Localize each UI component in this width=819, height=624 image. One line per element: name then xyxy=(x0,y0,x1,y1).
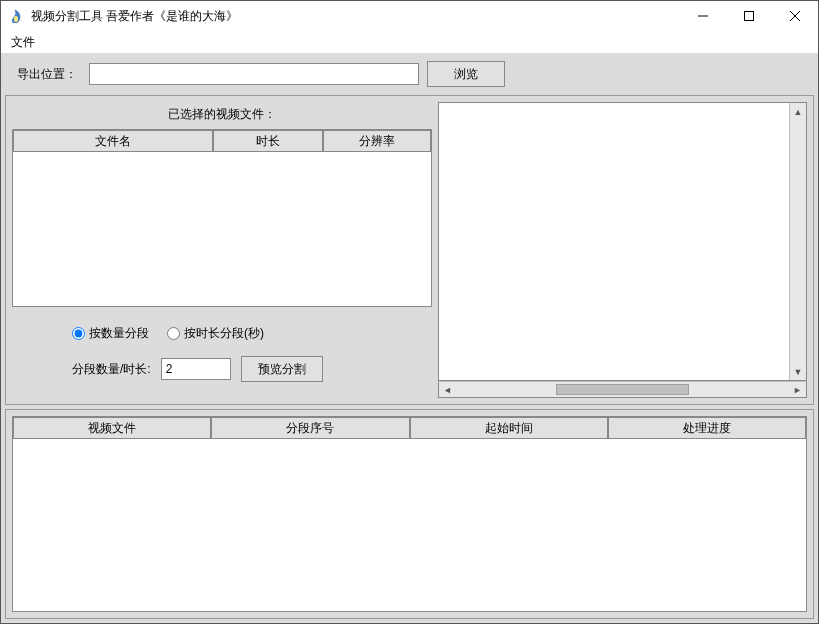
export-path-input[interactable] xyxy=(89,63,419,85)
hscroll-track[interactable] xyxy=(456,382,789,397)
close-button[interactable] xyxy=(772,1,818,31)
hscroll-thumb[interactable] xyxy=(556,384,689,395)
browse-button[interactable]: 浏览 xyxy=(427,61,505,87)
selected-files-label: 已选择的视频文件： xyxy=(12,102,432,129)
maximize-button[interactable] xyxy=(726,1,772,31)
col-result-file[interactable]: 视频文件 xyxy=(13,417,211,439)
result-table: 视频文件 分段序号 起始时间 处理进度 xyxy=(12,416,807,612)
segment-value-row: 分段数量/时长: 预览分割 xyxy=(12,352,432,382)
minimize-button[interactable] xyxy=(680,1,726,31)
menu-file[interactable]: 文件 xyxy=(5,32,41,53)
preview-pane: ▲ ▼ ◄ ► xyxy=(438,102,807,398)
svg-point-0 xyxy=(14,16,18,22)
file-table: 文件名 时长 分辨率 xyxy=(12,129,432,307)
segment-count-input[interactable] xyxy=(161,358,231,380)
client-area: 导出位置： 浏览 已选择的视频文件： 文件名 时长 分辨率 按数量分段 xyxy=(1,53,818,623)
preview-hscrollbar[interactable]: ◄ ► xyxy=(438,381,807,398)
left-column: 已选择的视频文件： 文件名 时长 分辨率 按数量分段 按时长分段(秒) xyxy=(12,102,432,398)
col-filename[interactable]: 文件名 xyxy=(13,130,213,152)
preview-split-button[interactable]: 预览分割 xyxy=(241,356,323,382)
vscroll-track[interactable] xyxy=(790,120,806,363)
radio-by-duration[interactable]: 按时长分段(秒) xyxy=(167,325,264,342)
middle-panel: 已选择的视频文件： 文件名 时长 分辨率 按数量分段 按时长分段(秒) xyxy=(5,95,814,405)
preview-canvas[interactable]: ▲ ▼ xyxy=(438,102,807,381)
col-result-start[interactable]: 起始时间 xyxy=(410,417,608,439)
col-duration[interactable]: 时长 xyxy=(213,130,323,152)
bottom-panel: 视频文件 分段序号 起始时间 处理进度 xyxy=(5,409,814,619)
result-table-header: 视频文件 分段序号 起始时间 处理进度 xyxy=(13,417,806,439)
svg-rect-2 xyxy=(745,12,754,21)
segment-mode-options: 按数量分段 按时长分段(秒) xyxy=(12,307,432,352)
segment-count-label: 分段数量/时长: xyxy=(72,361,151,378)
scroll-up-icon[interactable]: ▲ xyxy=(790,103,806,120)
titlebar: 视频分割工具 吾爱作者《是谁的大海》 xyxy=(1,1,818,31)
export-label: 导出位置： xyxy=(13,66,81,83)
radio-by-count[interactable]: 按数量分段 xyxy=(72,325,149,342)
preview-vscrollbar[interactable]: ▲ ▼ xyxy=(789,103,806,380)
radio-by-duration-input[interactable] xyxy=(167,327,180,340)
col-resolution[interactable]: 分辨率 xyxy=(323,130,431,152)
window-controls xyxy=(680,1,818,31)
scroll-down-icon[interactable]: ▼ xyxy=(790,363,806,380)
export-row: 导出位置： 浏览 xyxy=(5,57,814,91)
window-title: 视频分割工具 吾爱作者《是谁的大海》 xyxy=(31,8,680,25)
app-icon xyxy=(9,8,25,24)
scroll-left-icon[interactable]: ◄ xyxy=(439,382,456,397)
menubar: 文件 xyxy=(1,31,818,53)
radio-by-duration-label: 按时长分段(秒) xyxy=(184,325,264,342)
radio-by-count-label: 按数量分段 xyxy=(89,325,149,342)
scroll-right-icon[interactable]: ► xyxy=(789,382,806,397)
col-result-progress[interactable]: 处理进度 xyxy=(608,417,806,439)
radio-by-count-input[interactable] xyxy=(72,327,85,340)
result-table-body[interactable] xyxy=(13,439,806,611)
file-table-header: 文件名 时长 分辨率 xyxy=(13,130,431,152)
col-result-segno[interactable]: 分段序号 xyxy=(211,417,409,439)
file-table-body[interactable] xyxy=(13,152,431,306)
